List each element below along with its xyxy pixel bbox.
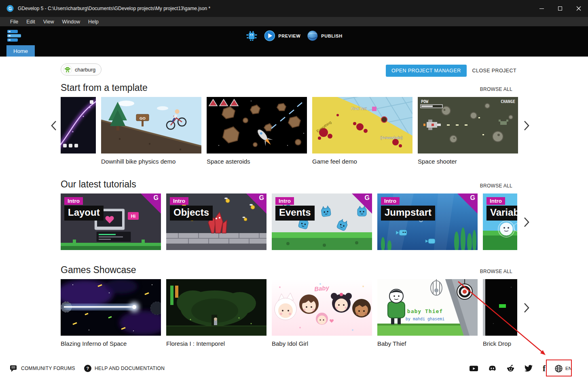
floresia-thumbnail-art <box>166 279 267 336</box>
user-profile-chip[interactable]: charburg <box>61 63 102 76</box>
browse-all-templates[interactable]: BROWSE ALL <box>480 86 512 92</box>
tutorial-card-variables[interactable]: +1 Intro Variables G <box>483 193 517 250</box>
card-caption: Game feel demo <box>312 158 412 165</box>
card-caption: Baby Thief <box>377 340 478 347</box>
scroll-right-button[interactable] <box>522 120 531 132</box>
scroll-left-button[interactable] <box>49 120 58 132</box>
intro-badge: Intro <box>170 197 188 205</box>
float-text-label: Float Text <box>351 107 367 111</box>
brick-drop-thumbnail-art <box>483 279 517 336</box>
gdevelop-logo-letter: G <box>470 194 475 202</box>
preview-label: PREVIEW <box>278 34 300 38</box>
section-games-showcase: Games Showcase BROWSE ALL <box>61 265 517 347</box>
baby-thief-thumbnail-art: baby Thief by mahdi ghasemi <box>377 279 478 336</box>
discord-icon[interactable] <box>488 364 497 372</box>
section-title: Games Showcase <box>61 265 136 275</box>
menu-window[interactable]: Window <box>59 18 84 25</box>
showcase-card-baby-idol-girl[interactable]: Baby Baby Idol Girl <box>272 279 372 347</box>
thumbnail: Intro Objects G <box>166 193 267 250</box>
home-page: charburg OPEN PROJECT MANAGER CLOSE PROJ… <box>0 57 588 389</box>
title-bar: G GDevelop 5 - C:\Users\charburg\Documen… <box>0 0 588 17</box>
tutorial-card-jumpstart[interactable]: Intro Jumpstart G <box>377 193 478 250</box>
change-label: CHANGE <box>501 99 515 104</box>
thumbnail <box>483 279 517 336</box>
menu-file[interactable]: File <box>6 18 22 25</box>
username: charburg <box>75 67 95 73</box>
blazing-inferno-thumbnail-art <box>61 279 161 336</box>
intro-badge: Intro <box>486 197 505 205</box>
footer: COMMUNITY FORUMS ? HELP AND DOCUMENTATIO… <box>0 360 588 376</box>
template-card-downhill-bike[interactable]: GO Downhill bike physics demo <box>101 97 201 165</box>
showcase-card-floresia[interactable]: Floresia I : Intemporel <box>166 279 267 347</box>
card-caption: Blazing Inferno of Space <box>61 340 161 347</box>
minimize-button[interactable] <box>532 0 551 17</box>
tutorial-card-events[interactable]: Intro Events G <box>272 193 372 250</box>
reddit-icon[interactable] <box>506 364 515 372</box>
close-project-button[interactable]: CLOSE PROJECT <box>472 68 516 74</box>
template-card-game-feel[interactable]: Float Text Everything (Screenshake) Game… <box>312 97 412 165</box>
chevron-right-icon <box>523 120 530 131</box>
light-trail-thumbnail-art <box>61 97 96 153</box>
showcase-card-blazing-inferno[interactable]: Blazing Inferno of Space <box>61 279 161 347</box>
tutorial-title: Jumpstart <box>381 206 435 221</box>
menu-view[interactable]: View <box>40 18 58 25</box>
menu-bar: File Edit View Window Help <box>0 17 588 26</box>
templates-row: GO Downhill bike physics demo <box>61 97 517 165</box>
browse-all-tutorials[interactable]: BROWSE ALL <box>480 183 512 189</box>
card-caption: Brick Drop <box>483 340 517 347</box>
menu-edit[interactable]: Edit <box>23 18 39 25</box>
facebook-icon[interactable]: f <box>543 364 546 373</box>
project-manager-button[interactable] <box>6 29 22 44</box>
publish-globe-icon <box>307 30 318 41</box>
close-icon <box>576 6 581 11</box>
space-asteroids-thumbnail-art <box>207 97 307 153</box>
maximize-button[interactable] <box>551 0 569 17</box>
maximize-icon <box>558 6 562 11</box>
showcase-row: Blazing Inferno of Space <box>61 279 517 347</box>
thumbnail <box>207 97 307 153</box>
gdevelop-logo-letter: G <box>154 194 159 202</box>
tab-home[interactable]: Home <box>6 45 35 57</box>
language-selector[interactable]: EN <box>554 364 572 373</box>
template-card-light-trail[interactable] <box>61 97 96 165</box>
template-card-space-shooter[interactable]: POW CHANGE Space shooter <box>418 97 518 165</box>
publish-button[interactable]: PUBLISH <box>307 30 342 41</box>
language-label: EN <box>565 366 572 371</box>
browse-all-showcase[interactable]: BROWSE ALL <box>480 269 512 274</box>
tutorial-card-layout[interactable]: Hi Intro Layout G <box>61 193 161 250</box>
scroll-right-button[interactable] <box>522 216 531 228</box>
menu-help[interactable]: Help <box>85 18 102 25</box>
scroll-right-button[interactable] <box>522 302 531 314</box>
community-forums-button[interactable]: COMMUNITY FORUMS <box>10 365 75 372</box>
globe-icon <box>554 364 563 373</box>
tutorials-row: Hi Intro Layout G <box>61 193 517 250</box>
template-card-space-asteroids[interactable]: Space asteroids <box>207 97 307 165</box>
section-templates: Start from a template BROWSE ALL <box>61 82 517 165</box>
window-controls <box>532 0 588 17</box>
youtube-icon[interactable] <box>469 364 478 372</box>
card-caption: Space shooter <box>418 158 518 165</box>
thumbnail: Intro Jumpstart G <box>377 193 478 250</box>
help-documentation-label: HELP AND DOCUMENTATION <box>95 366 165 371</box>
tutorial-title: Layout <box>64 206 104 221</box>
twitter-icon[interactable] <box>525 364 533 372</box>
close-button[interactable] <box>569 0 588 17</box>
game-feel-thumbnail-art: Float Text Everything (Screenshake) <box>312 97 412 153</box>
showcase-card-brick-drop[interactable]: Brick Drop <box>483 279 517 347</box>
community-forums-label: COMMUNITY FORUMS <box>21 366 75 371</box>
debugger-button[interactable] <box>245 30 258 42</box>
preview-button[interactable]: PREVIEW <box>264 30 300 41</box>
tutorial-card-objects[interactable]: Intro Objects G <box>166 193 267 250</box>
minimize-icon <box>539 8 544 9</box>
debugger-bug-icon <box>245 30 258 42</box>
help-documentation-button[interactable]: ? HELP AND DOCUMENTATION <box>84 365 165 372</box>
open-project-manager-button[interactable]: OPEN PROJECT MANAGER <box>386 65 467 77</box>
question-mark: ? <box>87 366 89 371</box>
gdevelop-logo-letter: G <box>259 194 264 202</box>
baby-thief-author-text: by mahdi ghasemi <box>406 317 444 321</box>
showcase-card-baby-thief[interactable]: baby Thief by mahdi ghasemi Baby Thief <box>377 279 478 347</box>
gdevelop-logo-icon: G <box>6 5 14 12</box>
thumbnail: Baby <box>272 279 372 336</box>
card-caption: Space asteroids <box>207 158 307 165</box>
baby-idol-thumbnail-art: Baby <box>272 279 372 336</box>
